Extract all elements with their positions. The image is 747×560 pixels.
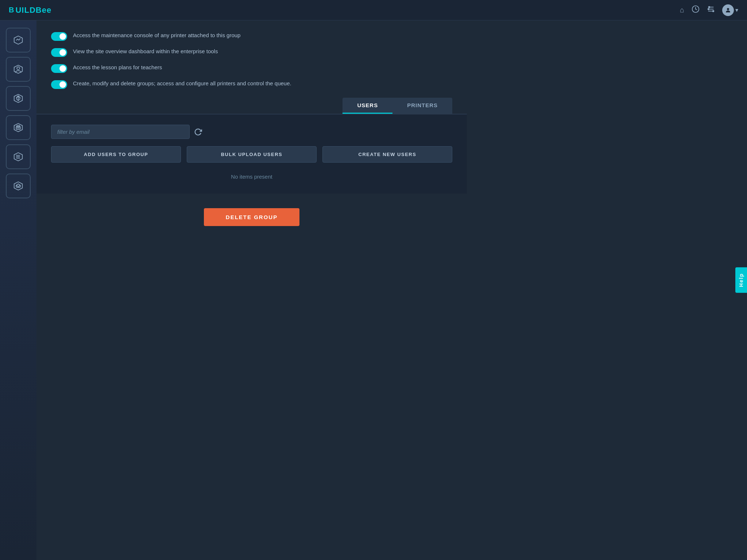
permission-item-2: View the site overview dashboard within … — [51, 47, 452, 57]
filter-email-input[interactable] — [51, 125, 190, 139]
tabs: USERS PRINTERS — [342, 98, 452, 114]
sidebar: 1 2 3 — [0, 20, 36, 328]
permissions-list: Access the maintenance console of any pr… — [51, 31, 452, 89]
bulk-upload-users-button[interactable]: BULK UPLOAD USERS — [187, 146, 317, 163]
toggle-knob-1 — [59, 33, 66, 40]
toggle-track-1[interactable] — [51, 32, 67, 41]
svg-marker-24 — [14, 182, 23, 190]
permission-text-4: Create, modify and delete groups; access… — [73, 79, 291, 88]
svg-point-10 — [17, 67, 20, 70]
toggle-track-2[interactable] — [51, 48, 67, 57]
add-users-to-group-button[interactable]: ADD USERS TO GROUP — [51, 146, 181, 163]
logo[interactable]: B UILDBee — [9, 5, 51, 15]
permission-text-2: View the site overview dashboard within … — [73, 47, 218, 56]
permission-text-1: Access the maintenance console of any pr… — [73, 31, 240, 40]
toggle-track-3[interactable] — [51, 64, 67, 73]
action-buttons: ADD USERS TO GROUP BULK UPLOAD USERS CRE… — [51, 146, 452, 163]
toggle-1[interactable] — [51, 32, 67, 41]
permission-item-1: Access the maintenance console of any pr… — [51, 31, 452, 41]
toggle-knob-4 — [59, 81, 66, 88]
toggle-2[interactable] — [51, 48, 67, 57]
sidebar-item-education[interactable] — [6, 174, 31, 198]
toggle-track-4[interactable] — [51, 80, 67, 89]
toggle-3[interactable] — [51, 64, 67, 73]
permission-item-3: Access the lesson plans for teachers — [51, 63, 452, 73]
top-navigation: B UILDBee ⌂ — [0, 0, 467, 20]
tabs-container: USERS PRINTERS — [51, 98, 452, 114]
sidebar-item-analytics[interactable] — [6, 28, 31, 52]
toggle-knob-2 — [59, 49, 66, 56]
delete-section: DELETE GROUP — [51, 208, 452, 226]
sidebar-item-security[interactable] — [6, 86, 31, 111]
logo-text: UILDBee — [15, 5, 51, 15]
sidebar-item-users[interactable] — [6, 57, 31, 82]
users-panel: ADD USERS TO GROUP BULK UPLOAD USERS CRE… — [36, 114, 467, 194]
permission-item-4: Create, modify and delete groups; access… — [51, 79, 452, 89]
toggle-4[interactable] — [51, 80, 67, 89]
svg-text:3: 3 — [16, 157, 17, 159]
main-content: Access the maintenance console of any pr… — [36, 20, 467, 328]
tab-printers[interactable]: PRINTERS — [392, 98, 452, 114]
tab-users[interactable]: USERS — [342, 98, 392, 114]
delete-group-button[interactable]: DELETE GROUP — [204, 208, 299, 226]
svg-marker-8 — [14, 36, 23, 44]
create-new-users-button[interactable]: CREATE NEW USERS — [322, 146, 452, 163]
logo-icon: B — [9, 6, 14, 14]
toggle-knob-3 — [59, 65, 66, 72]
sidebar-item-orders[interactable]: 1 2 3 — [6, 144, 31, 169]
sidebar-item-printer[interactable] — [6, 115, 31, 140]
filter-row — [51, 125, 452, 139]
permission-text-3: Access the lesson plans for teachers — [73, 63, 162, 72]
refresh-button[interactable] — [194, 128, 202, 136]
no-items-message: No items present — [51, 170, 452, 183]
